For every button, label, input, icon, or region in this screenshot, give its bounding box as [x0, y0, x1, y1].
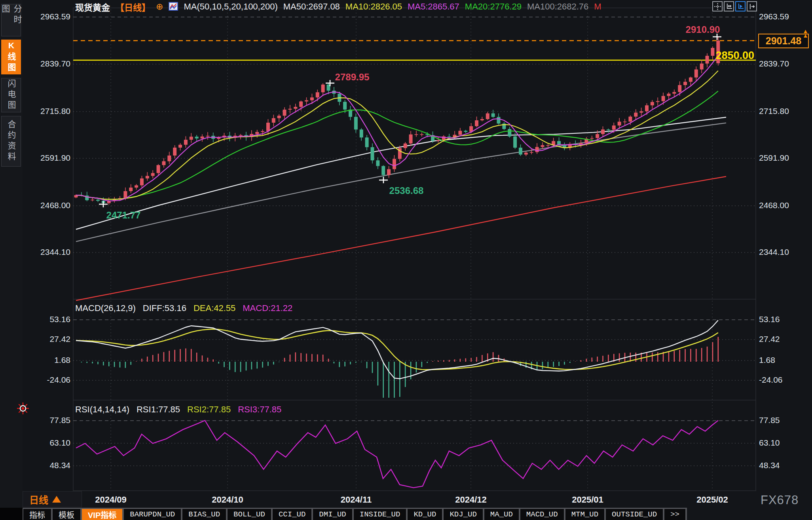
- sidebar: 分时图K线图闪电图合约资料: [0, 0, 23, 508]
- ma10-line: [76, 71, 718, 199]
- ma20-value: MA20:2776.29: [465, 2, 522, 12]
- chart-surface[interactable]: 2910.902789.952536.682471.772850.00: [0, 0, 812, 520]
- ma50-value: MA50:2697.08: [283, 2, 340, 12]
- sidebar-tab-分时图[interactable]: 分时图: [1, 4, 21, 36]
- ma100-line: [76, 123, 726, 242]
- trading-app-window: 2910.902789.952536.682471.772850.00 分时图K…: [0, 0, 812, 520]
- axis-play-icon[interactable]: [735, 1, 746, 11]
- ma20-line: [76, 91, 718, 199]
- ma10-value: MA10:2826.05: [345, 2, 402, 12]
- indicator-tab-KD_UD[interactable]: KD_UD: [408, 509, 442, 520]
- indicator-tabbar: 指标模板VIP指标BARUPDN_UDBIAS_UDBOLL_UDCCI_UDD…: [23, 508, 687, 520]
- chart-type-icon[interactable]: [169, 2, 178, 12]
- sidebar-tab-合约资料[interactable]: 合约资料: [1, 116, 21, 167]
- ma-params: MA(50,10,5,20,100,200): [184, 2, 277, 12]
- rsi-line: [76, 420, 718, 488]
- ma5-value: MA5:2865.67: [408, 2, 459, 12]
- indicator-tab-VIP指标[interactable]: VIP指标: [82, 509, 122, 520]
- indicator-tab-模板[interactable]: 模板: [53, 509, 80, 520]
- ma200-value-truncated: M: [594, 2, 601, 12]
- price-up-arrows-icon: ▲▲: [803, 29, 808, 38]
- price-extreme-annotation: 2789.95: [335, 72, 370, 82]
- ma-slow-lines: [76, 117, 726, 300]
- indicator-tab-DMI_UD[interactable]: DMI_UD: [313, 509, 352, 520]
- indicator-tab-MA_UD[interactable]: MA_UD: [484, 509, 519, 520]
- indicator-tab-MTM_UD[interactable]: MTM_UD: [565, 509, 604, 520]
- indicator-tab-OUTSIDE_UD[interactable]: OUTSIDE_UD: [606, 509, 663, 520]
- candlesticks: [74, 37, 720, 205]
- period-selector-button[interactable]: 日线: [23, 491, 82, 507]
- macd-diff-line: [76, 320, 718, 379]
- price-extreme-annotation: 2536.68: [389, 185, 424, 196]
- symbol-name: 现货黄金: [75, 0, 110, 13]
- indicator-tab-CCI_UD[interactable]: CCI_UD: [273, 509, 311, 520]
- indicator-tab-INSIDE_UD[interactable]: INSIDE_UD: [354, 509, 406, 520]
- chart-toolbar: [712, 1, 757, 11]
- indicator-tab-BIAS_UD[interactable]: BIAS_UD: [182, 509, 226, 520]
- yellow-level-label: 2850.00: [715, 49, 754, 61]
- price-extreme-annotation: 2910.90: [686, 24, 720, 35]
- last-price-badge: 2901.48: [758, 34, 809, 48]
- indicator-tab->>[interactable]: >>: [664, 509, 685, 520]
- macd-dea-line: [76, 329, 718, 370]
- indicator-tab-BOLL_UD[interactable]: BOLL_UD: [228, 509, 271, 520]
- period-label: 日线: [29, 492, 48, 506]
- crosshair-tool-icon[interactable]: [712, 1, 723, 11]
- corner-filler: [0, 508, 23, 520]
- indicator-tab-KDJ_UD[interactable]: KDJ_UD: [444, 509, 482, 520]
- indicator-tab-指标[interactable]: 指标: [23, 509, 51, 520]
- panel-collapse-icon[interactable]: [747, 1, 757, 11]
- live-indicator-icon: [17, 402, 29, 415]
- axis-zoom-icon[interactable]: [724, 1, 734, 11]
- ma100-value: MA100:2682.76: [527, 2, 588, 12]
- plot-border: [73, 8, 756, 491]
- indicator-tab-BARUPDN_UD[interactable]: BARUPDN_UD: [124, 509, 181, 520]
- price-extreme-annotation: 2471.77: [106, 210, 141, 220]
- watermark: FX678: [761, 493, 799, 507]
- period-tag: 【日线】: [116, 0, 150, 13]
- sidebar-tab-K线图[interactable]: K线图: [1, 40, 21, 74]
- sidebar-tab-闪电图[interactable]: 闪电图: [1, 78, 21, 112]
- target-icon[interactable]: ⊕: [156, 2, 163, 12]
- chart-header: 现货黄金【日线】⊕MA(50,10,5,20,100,200)MA50:2697…: [75, 1, 601, 13]
- ma5-line: [76, 55, 718, 201]
- triangle-up-icon: [52, 496, 61, 503]
- indicator-tab-MACD_UD[interactable]: MACD_UD: [520, 509, 564, 520]
